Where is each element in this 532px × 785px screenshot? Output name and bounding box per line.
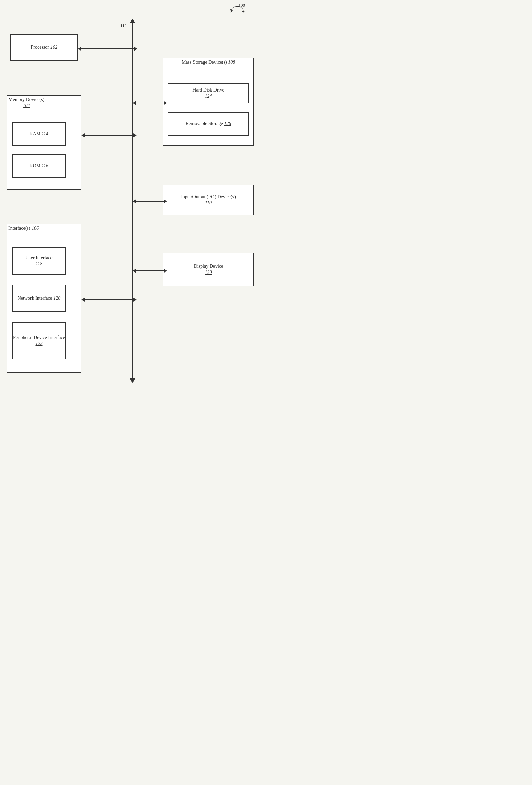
memory-arrow	[81, 133, 137, 137]
user-interface-box: User Interface 118	[12, 247, 66, 275]
hdd-box: Hard Disk Drive 124	[168, 83, 249, 103]
peripheral-interface-box: Peripheral Device Interface 122	[12, 322, 66, 359]
display-device-box: Display Device 130	[163, 253, 254, 286]
processor-label: Processor 102	[31, 44, 58, 51]
mass-storage-arrow	[132, 101, 167, 105]
rom-label: ROM 116	[29, 163, 48, 169]
bus-arrow-bottom	[130, 378, 135, 383]
display-device-label: Display Device 130	[194, 263, 223, 276]
interface-outer-label: Interface(s) 106	[8, 225, 39, 232]
memory-outer-label: Memory Device(s) 104	[8, 97, 44, 109]
ram-box: RAM 114	[12, 122, 66, 146]
io-devices-label: Input/Output (I/O) Device(s) 110	[181, 194, 236, 206]
bus-arrow-top	[130, 19, 135, 23]
network-arrow	[81, 298, 137, 302]
peripheral-interface-label: Peripheral Device Interface 122	[13, 335, 65, 347]
svg-marker-0	[242, 11, 245, 12]
processor-arrow	[78, 47, 137, 51]
removable-storage-label: Removable Storage 126	[186, 121, 231, 127]
rom-box: ROM 116	[12, 154, 66, 178]
io-arrow	[132, 199, 167, 203]
diagram: 100 112 Processor 102 Memory Device(s) 1…	[0, 0, 266, 392]
bus-label: 112	[120, 23, 127, 28]
io-devices-box: Input/Output (I/O) Device(s) 110	[163, 185, 254, 215]
hdd-label: Hard Disk Drive 124	[192, 87, 224, 99]
network-interface-label: Network Interface 120	[18, 295, 61, 301]
processor-box: Processor 102	[10, 34, 78, 61]
user-interface-label: User Interface 118	[25, 255, 53, 267]
mass-storage-outer-label: Mass Storage Device(s) 108	[164, 59, 252, 65]
ram-label: RAM 114	[29, 131, 48, 137]
network-interface-box: Network Interface 120	[12, 285, 66, 312]
ref-100-label: 100	[239, 3, 245, 8]
removable-storage-box: Removable Storage 126	[168, 112, 249, 136]
display-arrow	[132, 269, 167, 273]
